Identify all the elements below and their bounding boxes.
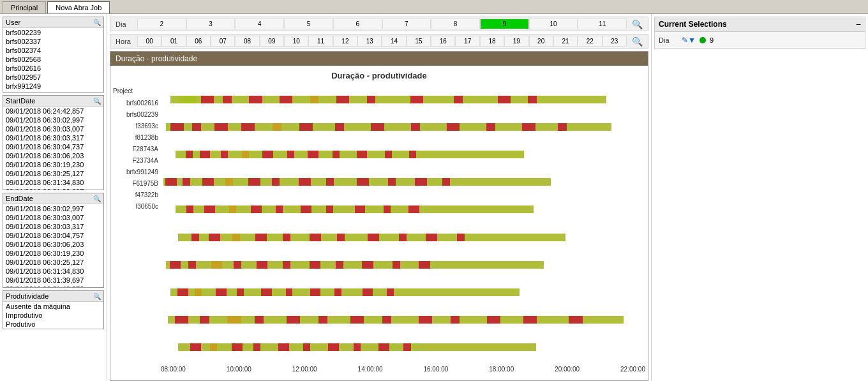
hora-scale-item[interactable]: 22 — [578, 36, 602, 47]
startdate-filter-item[interactable]: 09/01/2018 06:30:06,203 — [3, 151, 103, 160]
hora-scale-item[interactable]: 23 — [602, 36, 627, 47]
hora-scale-item[interactable]: 17 — [455, 36, 479, 47]
hora-search-icon[interactable]: 🔍 — [632, 36, 643, 47]
chart-y-label: f30650c — [113, 200, 158, 212]
chart-xaxis: 08:00:0010:00:0012:00:0014:00:0016:00:00… — [161, 362, 645, 375]
enddate-filter-item[interactable]: 09/01/2018 06:30:02,997 — [3, 204, 103, 213]
cs-content: Dia ✎▼ 9 — [655, 32, 865, 49]
produtividade-filter-box: Produtividade 🔍 Ausente da máquinaImprod… — [3, 290, 104, 329]
hora-scale-item[interactable]: 16 — [431, 36, 455, 47]
cs-header: Current Selections − — [655, 17, 865, 32]
dia-search-icon[interactable]: 🔍 — [632, 19, 643, 29]
chart-box-title: Duração - produtividade — [116, 54, 197, 63]
produtividade-filter-item[interactable]: Ausente da máquina — [3, 302, 103, 311]
hora-scale-item[interactable]: 21 — [553, 36, 578, 47]
dia-scale-item[interactable]: 3 — [186, 19, 236, 29]
hora-scale-item[interactable]: 15 — [407, 36, 431, 47]
chart-row — [161, 287, 645, 298]
chart-y-label: F61975B — [113, 177, 158, 189]
hora-scale-item[interactable]: 18 — [480, 36, 504, 47]
cs-minimize-button[interactable]: − — [856, 19, 861, 29]
produtividade-filter-list: Ausente da máquinaImprodutivoProdutivo — [3, 302, 103, 329]
user-filter-item[interactable]: brfs002374 — [3, 46, 103, 55]
startdate-filter-item[interactable]: 09/01/2018 06:30:19,230 — [3, 160, 103, 169]
dia-scale-item[interactable]: 4 — [235, 19, 284, 29]
hora-scale-item[interactable]: 01 — [161, 36, 186, 47]
startdate-filter-item[interactable]: 09/01/2018 06:24:42,857 — [3, 107, 103, 116]
startdate-filter-item[interactable]: 09/01/2018 06:30:25,127 — [3, 169, 103, 178]
enddate-filter-item[interactable]: 09/01/2018 06:31:39,697 — [3, 276, 103, 285]
hora-filter-label: Hora — [116, 38, 135, 45]
produtividade-filter-item[interactable]: Produtivo — [3, 320, 103, 329]
user-filter-search-icon[interactable]: 🔍 — [93, 19, 101, 26]
dia-scale-item[interactable]: 11 — [578, 19, 627, 29]
chart-xlabel: 22:00:00 — [620, 366, 645, 373]
user-filter-item[interactable]: brfx991249 — [3, 82, 103, 91]
enddate-filter-item[interactable]: 09/01/2018 06:30:06,203 — [3, 240, 103, 249]
user-filter-title: User — [6, 19, 20, 26]
chart-row — [161, 204, 645, 215]
enddate-filter-item[interactable]: 09/01/2018 06:31:40,070 — [3, 285, 103, 287]
hora-scale-item[interactable]: 12 — [333, 36, 357, 47]
dia-scale-item[interactable]: 5 — [284, 19, 333, 29]
enddate-filter-list[interactable]: 09/01/2018 06:30:02,99709/01/2018 06:30:… — [3, 204, 103, 287]
user-filter-item[interactable]: brfs002239 — [3, 28, 103, 37]
enddate-filter-item[interactable]: 09/01/2018 06:30:25,127 — [3, 258, 103, 267]
hora-scale-item[interactable]: 14 — [382, 36, 406, 47]
user-filter-item[interactable]: brfs002568 — [3, 55, 103, 64]
cs-dot — [700, 37, 706, 43]
startdate-filter-title: StartDate — [6, 97, 35, 105]
enddate-filter-search-icon[interactable]: 🔍 — [93, 195, 101, 202]
enddate-filter-item[interactable]: 09/01/2018 06:30:03,007 — [3, 213, 103, 222]
cs-title: Current Selections — [659, 20, 727, 29]
dia-scale-item[interactable]: 2 — [137, 19, 186, 29]
hora-scale-item[interactable]: 07 — [211, 36, 235, 47]
hora-filter-row: Hora 00010607080910111213141516171819202… — [110, 34, 648, 49]
hora-scale-item[interactable]: 10 — [284, 36, 308, 47]
hora-scale-item[interactable]: 19 — [504, 36, 528, 47]
chart-y-label: f47322b — [113, 189, 158, 200]
dia-scale-item[interactable]: 9 — [480, 19, 529, 29]
produtividade-filter-search-icon[interactable]: 🔍 — [93, 293, 101, 300]
cs-edit-icon[interactable]: ✎▼ — [682, 36, 696, 45]
chart-title-bar: Duração - produtividade — [110, 52, 648, 66]
chart-row — [161, 121, 645, 133]
chart-outer: Duração - produtividade Duração - produt… — [110, 51, 648, 381]
dia-scale-item[interactable]: 7 — [382, 19, 431, 29]
dia-scale-item[interactable]: 8 — [431, 19, 480, 29]
startdate-filter-item[interactable]: 09/01/2018 06:31:39,697 — [3, 187, 103, 190]
user-filter-item[interactable]: brfs002957 — [3, 73, 103, 82]
cs-field-label: Dia — [659, 36, 678, 44]
hora-scale-item[interactable]: 13 — [357, 36, 382, 47]
startdate-filter-item[interactable]: 09/01/2018 06:30:02,997 — [3, 116, 103, 124]
hora-scale-item[interactable]: 11 — [308, 36, 333, 47]
hora-scale-item[interactable]: 06 — [186, 36, 211, 47]
hora-scale-item[interactable]: 00 — [137, 36, 161, 47]
enddate-filter-item[interactable]: 09/01/2018 06:31:34,830 — [3, 267, 103, 276]
startdate-filter-item[interactable]: 09/01/2018 06:31:34,830 — [3, 178, 103, 187]
user-filter-item[interactable]: brfs002337 — [3, 37, 103, 46]
dia-scale-item[interactable]: 6 — [333, 19, 382, 29]
hora-scale-item[interactable]: 09 — [260, 36, 284, 47]
startdate-filter-list[interactable]: 09/01/2018 06:24:42,85709/01/2018 06:30:… — [3, 107, 103, 190]
startdate-filter-item[interactable]: 09/01/2018 06:30:03,007 — [3, 124, 103, 133]
startdate-filter-search-icon[interactable]: 🔍 — [93, 98, 101, 105]
user-filter-list[interactable]: brfs002239brfs002337brfs002374brfs002568… — [3, 28, 103, 92]
dia-filter-row: Dia 234567891011 🔍 — [110, 17, 648, 31]
chart-row — [161, 259, 645, 271]
startdate-filter-item[interactable]: 09/01/2018 06:30:04,737 — [3, 142, 103, 151]
user-filter-item[interactable]: brfs002616 — [3, 64, 103, 73]
enddate-filter-item[interactable]: 09/01/2018 06:30:04,757 — [3, 231, 103, 240]
chart-xlabel: 14:00:00 — [358, 366, 383, 373]
startdate-filter-item[interactable]: 09/01/2018 06:30:03,317 — [3, 133, 103, 142]
hora-scale-item[interactable]: 08 — [235, 36, 259, 47]
dia-scale-item[interactable]: 10 — [529, 19, 578, 29]
enddate-filter-header: EndDate 🔍 — [3, 193, 103, 204]
chart-y-label: f33693c — [113, 120, 158, 131]
enddate-filter-item[interactable]: 09/01/2018 06:30:19,230 — [3, 249, 103, 258]
tab-nova-abra-job[interactable]: Nova Abra Job — [47, 1, 110, 13]
tab-principal[interactable]: Principal — [3, 1, 46, 13]
hora-scale-item[interactable]: 20 — [529, 36, 553, 47]
produtividade-filter-item[interactable]: Improdutivo — [3, 311, 103, 320]
enddate-filter-item[interactable]: 09/01/2018 06:30:03,317 — [3, 222, 103, 231]
